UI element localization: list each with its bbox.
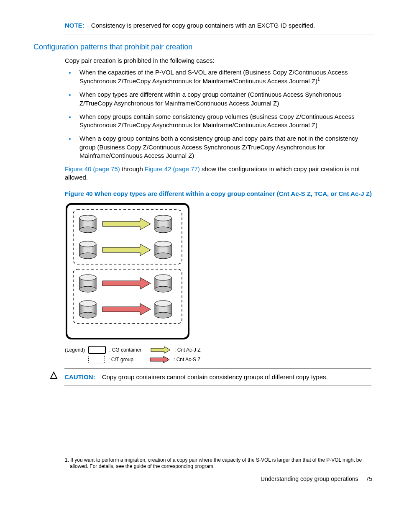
figure-link-42[interactable]: Figure 42 (page 77) (145, 165, 200, 172)
list-item: When copy types are different within a c… (75, 90, 374, 108)
footnote: 1. If you want to perform a migration, c… (65, 457, 374, 469)
svg-marker-33 (151, 347, 170, 353)
paragraph-with-links: Figure 40 (page 75) through Figure 42 (p… (65, 165, 374, 182)
svg-point-25 (79, 301, 96, 306)
figure-legend: (Legend) : CG container : Cnt Ac-J Z : C… (65, 346, 374, 363)
legend-label: (Legend) (65, 347, 85, 353)
svg-point-5 (79, 227, 96, 233)
section-heading: Configuration patterns that prohibit pai… (33, 42, 374, 52)
svg-point-28 (155, 301, 171, 306)
page-footer: Understanding copy group operations 75 (33, 475, 372, 483)
note-text: Consistency is preserved for copy group … (91, 22, 315, 29)
bullet-list: When the capacities of the P-VOL and S-V… (65, 68, 374, 160)
arrow-red-icon (149, 356, 170, 363)
caution-text: Copy group containers cannot contain con… (102, 373, 328, 380)
svg-point-19 (79, 275, 96, 280)
ct-group-icon (88, 356, 105, 363)
footnote-ref: 1 (317, 77, 320, 82)
svg-point-16 (155, 241, 171, 247)
svg-point-21 (155, 286, 171, 292)
footer-section-title: Understanding copy group operations (261, 475, 358, 482)
svg-point-18 (79, 286, 96, 292)
list-item: When copy groups contain some consistenc… (75, 113, 374, 130)
caution-icon: △ (50, 368, 63, 381)
figure-link-40[interactable]: Figure 40 (page 75) (65, 165, 120, 172)
svg-point-24 (79, 312, 96, 318)
caution-box: △ CAUTION: Copy group containers cannot … (50, 368, 374, 386)
arrow-yellow-icon (150, 346, 171, 354)
svg-point-27 (155, 312, 171, 318)
list-item: When a copy group contains both a consis… (75, 134, 374, 160)
svg-marker-34 (150, 356, 169, 363)
cg-container-icon (88, 346, 106, 354)
svg-point-22 (155, 275, 171, 280)
figure-40-diagram (65, 202, 374, 342)
svg-point-6 (79, 215, 96, 221)
caution-label: CAUTION: (64, 373, 95, 380)
figure-caption: Figure 40 When copy types are different … (65, 190, 374, 198)
svg-point-9 (155, 227, 171, 233)
note-box: NOTE: Consistency is preserved for copy … (65, 17, 374, 34)
svg-point-12 (79, 253, 96, 259)
note-label: NOTE: (65, 22, 84, 29)
svg-point-10 (155, 215, 171, 221)
intro-text: Copy pair creation is prohibited in the … (65, 57, 374, 65)
page-number: 75 (366, 475, 372, 482)
svg-point-13 (79, 241, 96, 247)
svg-point-15 (155, 253, 171, 259)
list-item: When the capacities of the P-VOL and S-V… (75, 68, 374, 86)
